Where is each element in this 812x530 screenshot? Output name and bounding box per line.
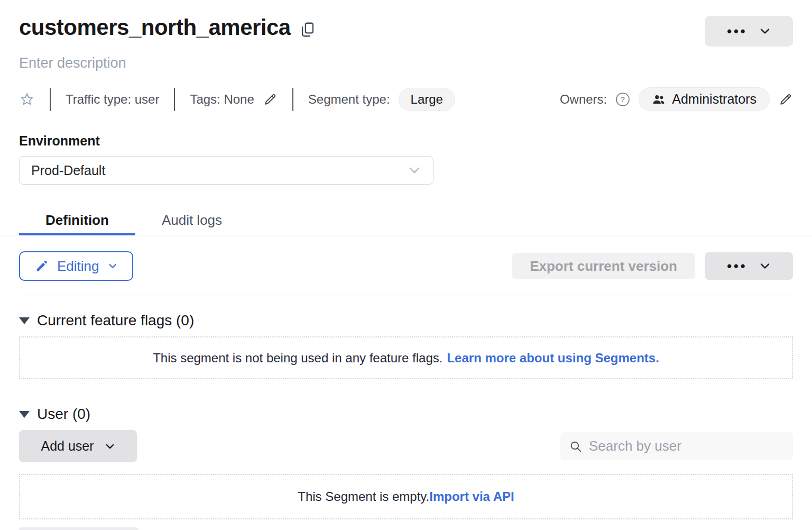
cut-off-element (19, 527, 139, 530)
separator (292, 88, 293, 111)
pencil-icon (35, 259, 49, 273)
header-more-menu-button[interactable]: ••• (705, 16, 793, 47)
environment-section: Environment Prod-Default (0, 133, 812, 185)
copy-name-button[interactable] (301, 22, 314, 37)
pencil-icon (778, 92, 793, 107)
tags-label: Tags: None (190, 92, 254, 107)
user-empty-text: This Segment is empty. (298, 489, 429, 504)
chevron-down-icon (105, 441, 115, 452)
feature-flags-section: Current feature flags (0) This segment i… (0, 312, 812, 379)
add-user-button[interactable]: Add user (19, 430, 137, 462)
editing-mode-button[interactable]: Editing (19, 251, 133, 281)
meta-row: Traffic type: user Tags: None Segment ty… (0, 87, 812, 111)
environment-label: Environment (19, 133, 793, 149)
owners-badge: Administrators (639, 87, 770, 111)
environment-select[interactable]: Prod-Default (19, 156, 433, 185)
page-header: customers_north_america ••• (0, 0, 812, 47)
tab-bar: Definition Audit logs (0, 206, 812, 235)
add-user-label: Add user (41, 438, 94, 454)
feature-flags-heading: Current feature flags (0) (37, 312, 194, 329)
tab-audit-logs[interactable]: Audit logs (135, 206, 248, 235)
ellipsis-icon: ••• (727, 25, 747, 38)
chevron-down-icon (759, 260, 771, 272)
people-icon (652, 93, 666, 106)
definition-more-menu-button[interactable]: ••• (705, 252, 793, 280)
chevron-down-icon (759, 25, 771, 37)
copy-icon (301, 22, 314, 37)
caret-down-icon (19, 317, 30, 324)
search-box (560, 432, 793, 460)
environment-selected-value: Prod-Default (31, 163, 105, 178)
chevron-down-icon (108, 261, 117, 271)
separator (174, 88, 175, 111)
owners-label: Owners: (560, 92, 607, 107)
feature-flags-empty-state: This segment is not being used in any fe… (19, 336, 793, 379)
description-placeholder[interactable]: Enter description (0, 55, 812, 71)
export-current-version-button[interactable]: Export current version (512, 253, 695, 279)
edit-owners-button[interactable] (778, 92, 793, 107)
divider (19, 296, 793, 296)
user-section-toggle[interactable]: User (0) (19, 406, 793, 423)
editing-label: Editing (57, 258, 99, 275)
pencil-icon (263, 92, 278, 107)
caret-down-icon (19, 411, 30, 418)
separator (50, 88, 51, 111)
favorite-star-button[interactable] (19, 92, 35, 107)
traffic-type-label: Traffic type: user (66, 92, 159, 107)
ellipsis-icon: ••• (727, 260, 747, 273)
search-icon (569, 440, 583, 453)
feature-flags-empty-text: This segment is not being used in any fe… (153, 351, 442, 365)
owners-value: Administrators (672, 92, 756, 107)
feature-flags-section-toggle[interactable]: Current feature flags (0) (19, 312, 793, 329)
user-empty-state: This Segment is empty. Import via API (19, 474, 793, 519)
star-icon (19, 92, 35, 107)
edit-tags-button[interactable] (263, 92, 278, 107)
learn-more-link[interactable]: Learn more about using Segments. (447, 351, 659, 365)
user-heading: User (0) (37, 406, 90, 423)
definition-toolbar: Editing Export current version ••• (0, 251, 812, 281)
tab-definition[interactable]: Definition (19, 206, 135, 235)
svg-text:?: ? (621, 95, 625, 104)
search-by-user-input[interactable] (588, 437, 785, 455)
page-title: customers_north_america (19, 15, 291, 40)
user-controls: Add user (19, 430, 793, 462)
import-via-api-link[interactable]: Import via API (429, 489, 514, 504)
segment-type-label: Segment type: (308, 92, 390, 107)
user-section: User (0) Add user This Segment is empty.… (0, 406, 812, 519)
help-icon[interactable]: ? (615, 92, 630, 107)
segment-type-badge: Large (399, 88, 455, 111)
chevron-down-icon (408, 163, 421, 177)
